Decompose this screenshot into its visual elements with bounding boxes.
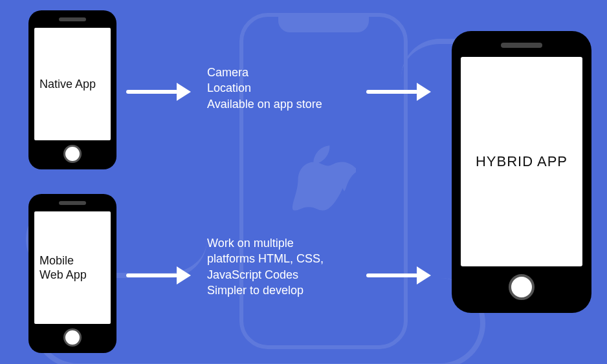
home-button-icon bbox=[509, 274, 535, 300]
home-button-icon bbox=[63, 328, 82, 347]
arrow-head-icon bbox=[417, 266, 431, 284]
web-feature-line1: Work on multiple bbox=[207, 235, 356, 251]
phone-speaker-icon bbox=[501, 43, 542, 48]
arrow-native-features-to-hybrid bbox=[366, 83, 431, 101]
hybrid-app-phone: HYBRID APP bbox=[452, 31, 591, 313]
arrow-line-icon bbox=[126, 90, 178, 94]
phone-speaker-icon bbox=[59, 201, 86, 205]
native-app-screen: Native App bbox=[34, 28, 111, 140]
phone-speaker-icon bbox=[59, 17, 86, 21]
arrow-web-to-features bbox=[126, 266, 191, 284]
native-app-phone: Native App bbox=[28, 10, 116, 169]
native-feature-camera: Camera bbox=[207, 65, 356, 80]
native-app-label: Native App bbox=[39, 77, 96, 92]
arrow-head-icon bbox=[417, 83, 431, 101]
arrow-native-to-features bbox=[126, 83, 191, 101]
arrow-web-features-to-hybrid bbox=[366, 266, 431, 284]
mobile-web-app-label: MobileWeb App bbox=[39, 253, 87, 283]
web-feature-line3: JavaScript Codes bbox=[207, 267, 356, 283]
home-button-icon bbox=[63, 145, 82, 163]
arrow-line-icon bbox=[126, 273, 178, 277]
web-features-list: Work on multiple platforms HTML, CSS, Ja… bbox=[207, 235, 356, 298]
hybrid-app-screen: HYBRID APP bbox=[461, 57, 582, 266]
web-feature-line2: platforms HTML, CSS, bbox=[207, 251, 356, 266]
arrow-head-icon bbox=[177, 266, 191, 284]
native-feature-location: Location bbox=[207, 80, 356, 96]
native-feature-appstore: Available on app store bbox=[207, 96, 356, 112]
native-features-list: Camera Location Available on app store bbox=[207, 65, 356, 112]
arrow-line-icon bbox=[366, 90, 418, 94]
web-feature-line4: Simpler to develop bbox=[207, 283, 356, 298]
arrow-head-icon bbox=[177, 83, 191, 101]
mobile-web-app-screen: MobileWeb App bbox=[34, 211, 111, 324]
mobile-web-app-phone: MobileWeb App bbox=[28, 194, 116, 353]
hybrid-app-label: HYBRID APP bbox=[476, 153, 568, 170]
arrow-line-icon bbox=[366, 273, 418, 277]
